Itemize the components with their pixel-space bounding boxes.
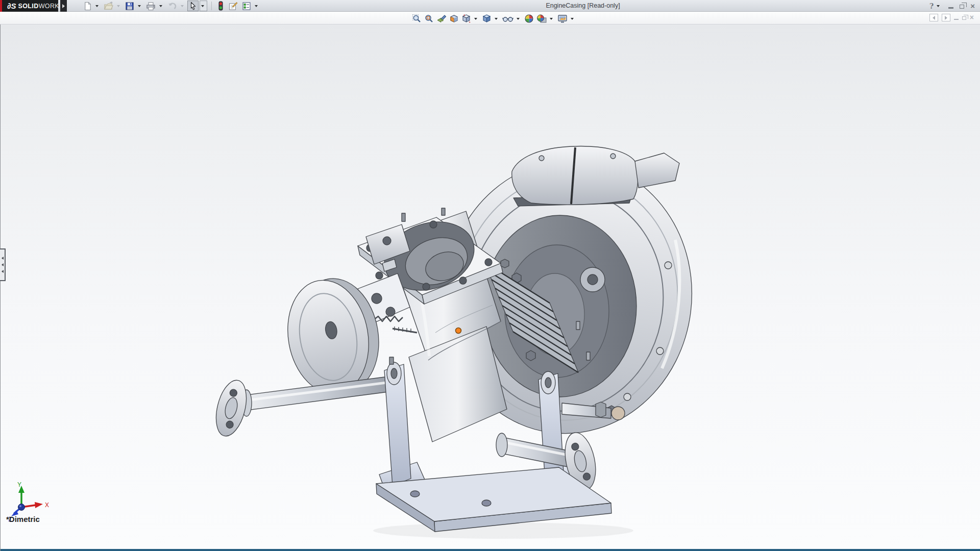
view-orientation-cube-icon — [461, 14, 471, 23]
collapse-arrow-icon — [2, 257, 4, 260]
print-dropdown[interactable] — [159, 5, 162, 7]
headsup-view-toolbar — [411, 13, 576, 24]
traffic-light-icon — [217, 1, 224, 11]
printer-icon — [146, 2, 156, 11]
display-style-button[interactable] — [481, 14, 492, 24]
save-floppy-icon — [125, 2, 134, 11]
right-arrow-icon — [62, 4, 65, 8]
undo-button[interactable] — [166, 1, 179, 11]
graphics-viewport[interactable] — [0, 24, 980, 551]
restore-button[interactable] — [960, 5, 964, 9]
checklist-icon — [242, 2, 251, 11]
select-tool-button[interactable] — [187, 1, 199, 11]
open-folder-icon — [104, 2, 113, 11]
display-style-dropdown[interactable] — [495, 18, 498, 20]
document-window-controls: × — [929, 14, 974, 21]
ds-logo-glyph: ∂S — [7, 2, 16, 10]
window-controls: ? × — [929, 0, 975, 12]
brand-solid: SOLID — [18, 3, 38, 10]
view-settings-button[interactable] — [557, 14, 568, 24]
save-button[interactable] — [124, 1, 136, 11]
triangle-left-icon — [933, 16, 935, 20]
view-settings-monitor-icon — [557, 14, 568, 23]
appearance-ball-icon — [524, 14, 534, 23]
view-orientation-label: *Dimetric — [6, 515, 40, 523]
close-document-button[interactable]: × — [970, 14, 974, 21]
zoom-to-area-button[interactable] — [424, 14, 434, 24]
select-tool-dropdown[interactable] — [200, 1, 207, 11]
viewport-bottom-border — [1, 549, 980, 551]
hide-show-items-button[interactable] — [502, 14, 514, 24]
feature-tree-collapsed-tab[interactable] — [0, 248, 6, 281]
new-document-icon — [83, 2, 92, 11]
zoom-to-area-icon — [424, 14, 434, 23]
eyeglasses-icon — [502, 14, 513, 23]
menu-expand-arrow[interactable] — [60, 0, 67, 12]
help-button[interactable]: ? — [929, 2, 934, 10]
print-button[interactable] — [144, 1, 157, 11]
collapse-arrow-icon — [2, 270, 4, 273]
section-view-button[interactable] — [449, 14, 459, 24]
toolbar-separator — [211, 2, 212, 10]
section-view-icon — [449, 14, 459, 23]
new-document-dropdown[interactable] — [95, 5, 99, 7]
checklist-options-button[interactable] — [240, 1, 253, 11]
triad-x-label: X — [45, 502, 49, 509]
view-orientation-button[interactable] — [461, 14, 472, 24]
previous-view-icon — [436, 14, 447, 23]
hide-show-items-dropdown[interactable] — [517, 18, 520, 20]
left-mount-shaft[interactable] — [211, 377, 388, 439]
solidworks-logo: ∂S SOLID WORKS — [0, 0, 58, 12]
engine-casing-model[interactable] — [1, 0, 980, 551]
undo-dropdown[interactable] — [181, 5, 184, 7]
title-bar: ∂S SOLID WORKS — [0, 0, 980, 12]
origin-marker[interactable] — [456, 328, 461, 334]
collapse-pane-button[interactable] — [929, 14, 938, 21]
new-document-button[interactable] — [82, 1, 93, 11]
expand-pane-button[interactable] — [942, 14, 950, 21]
apply-scene-button[interactable] — [536, 14, 547, 24]
dropdown-arrow-icon — [201, 5, 204, 7]
comment-edit-icon — [228, 2, 238, 11]
collapse-arrow-icon — [2, 263, 4, 266]
previous-view-button[interactable] — [436, 14, 447, 24]
close-button[interactable]: × — [970, 2, 975, 10]
edit-appearance-button[interactable] — [524, 14, 534, 24]
comment-edit-button[interactable] — [227, 1, 239, 11]
cursor-arrow-icon — [189, 2, 197, 11]
open-dropdown[interactable] — [117, 5, 120, 7]
view-settings-dropdown[interactable] — [571, 18, 574, 20]
help-dropdown[interactable] — [937, 5, 940, 7]
zoom-to-fit-icon — [412, 14, 422, 23]
view-orientation-dropdown[interactable] — [474, 18, 477, 20]
traffic-light-button[interactable] — [216, 1, 226, 11]
minimize-button[interactable] — [948, 7, 953, 9]
main-toolbar — [82, 0, 260, 12]
checklist-dropdown[interactable] — [255, 5, 258, 7]
document-title: EngineCasing [Read-only] — [546, 2, 620, 9]
apply-scene-icon — [536, 14, 547, 23]
open-button[interactable] — [102, 1, 115, 11]
zoom-to-fit-button[interactable] — [411, 14, 422, 24]
undo-arrow-icon — [167, 2, 177, 11]
display-style-cube-icon — [482, 14, 492, 23]
restore-document-button[interactable] — [962, 16, 966, 20]
minimize-document-button[interactable] — [954, 19, 959, 20]
triangle-right-icon — [945, 16, 947, 20]
save-dropdown[interactable] — [138, 5, 141, 7]
apply-scene-dropdown[interactable] — [550, 18, 553, 20]
